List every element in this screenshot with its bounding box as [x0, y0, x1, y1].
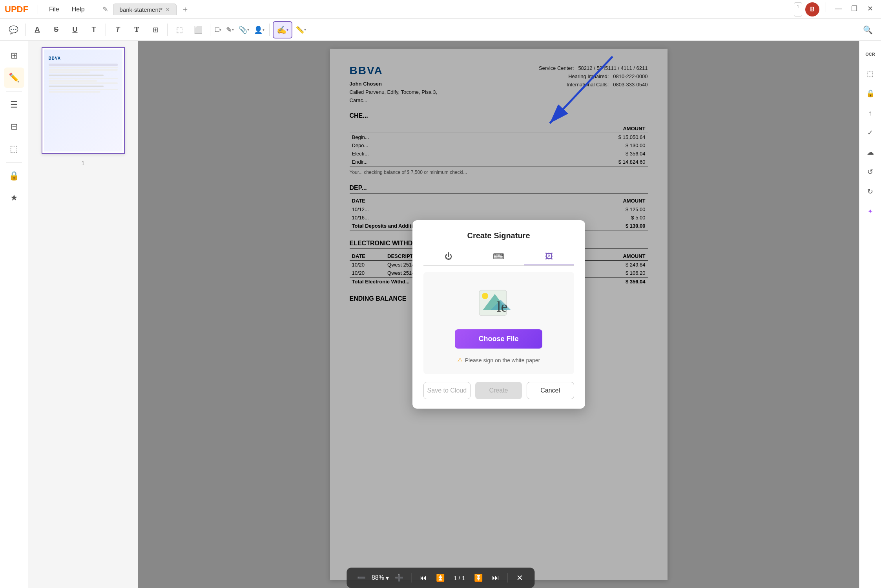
- page-thumbnail-1[interactable]: BBVA: [42, 47, 125, 154]
- sep1: [38, 5, 38, 14]
- choose-file-button[interactable]: Choose File: [455, 329, 542, 349]
- zoom-level: 88%: [372, 574, 384, 581]
- check-button[interactable]: ✓: [862, 124, 879, 141]
- modal-content-area: le Choose File ⚠ Please sign on the whit…: [423, 272, 574, 374]
- pen-dropdown-arrow: ▾: [232, 27, 234, 32]
- sidebar-stickers[interactable]: ★: [4, 188, 24, 208]
- new-tab-button[interactable]: ＋: [181, 4, 189, 15]
- modal-tab-draw[interactable]: ⏻: [423, 248, 474, 265]
- modal-tab-keyboard[interactable]: ⌨: [474, 248, 524, 265]
- warning-text: ⚠ Please sign on the white paper: [457, 356, 540, 364]
- tab-name: bank-statement*: [120, 6, 162, 13]
- signature-tool[interactable]: ✍ ▾: [273, 21, 292, 38]
- tool-sep4: [210, 24, 210, 36]
- zoom-out-button[interactable]: ➖: [354, 571, 368, 585]
- eraser-tool[interactable]: ⬚: [171, 21, 188, 38]
- grid-tool[interactable]: ⊞: [147, 21, 164, 38]
- user-tool[interactable]: 👤 ▾: [252, 21, 266, 38]
- undo-button[interactable]: ↺: [862, 163, 879, 181]
- close-bottom-bar[interactable]: ✕: [513, 571, 527, 585]
- prev-page-button[interactable]: ⏫: [433, 571, 447, 585]
- sidebar-form[interactable]: ⊟: [4, 117, 24, 137]
- share-button[interactable]: ↑: [862, 104, 879, 122]
- comment-tool[interactable]: 💬: [5, 21, 22, 38]
- window-controls: 1 B — ❐ ✕: [794, 2, 876, 16]
- tool-sep5: [269, 24, 270, 36]
- ai-button[interactable]: ✦: [862, 203, 879, 220]
- pen-icon: ✎: [226, 26, 232, 34]
- stamp-tool[interactable]: ⬜: [190, 21, 207, 38]
- minimize-button[interactable]: —: [832, 2, 845, 15]
- attach-dropdown-arrow: ▾: [247, 27, 249, 32]
- file-menu[interactable]: File: [44, 4, 64, 15]
- right-sidebar: OCR ⬚ 🔒 ↑ ✓ ☁ ↺ ↻ ✦: [859, 41, 881, 588]
- ruler-tool[interactable]: 📏 ▾: [294, 21, 308, 38]
- zoom-in-button[interactable]: ➕: [392, 571, 406, 585]
- shape-dropdown-arrow: ▾: [219, 27, 221, 32]
- page-sep: /: [458, 575, 461, 581]
- ruler-dropdown-arrow: ▾: [304, 27, 306, 32]
- create-signature-modal: Create Signature ⏻ ⌨ 🖼: [412, 220, 585, 409]
- zoom-control: 88% ▾: [372, 574, 389, 582]
- image-icon: 🖼: [545, 252, 553, 261]
- sidebar-protect[interactable]: 🔒: [4, 166, 24, 186]
- document-tab[interactable]: bank-statement* ✕: [113, 4, 177, 15]
- signature-icon: ✍: [277, 25, 286, 35]
- highlight-tool[interactable]: A: [29, 21, 46, 38]
- user-dropdown-arrow: ▾: [263, 27, 264, 32]
- close-button[interactable]: ✕: [864, 2, 876, 15]
- user-avatar[interactable]: B: [805, 2, 819, 16]
- ocr-button[interactable]: OCR: [862, 46, 879, 63]
- sep2: [96, 5, 96, 14]
- next-page-button[interactable]: ⏬: [471, 571, 485, 585]
- tool-sep1: [25, 24, 26, 36]
- shape-tool[interactable]: □ ▾: [213, 21, 223, 38]
- attach-icon: 📎: [239, 26, 247, 34]
- cancel-button[interactable]: Cancel: [527, 382, 574, 399]
- pen-tool[interactable]: ✎ ▾: [224, 21, 235, 38]
- current-page: 1: [454, 575, 457, 581]
- attach-tool[interactable]: 📎 ▾: [237, 21, 251, 38]
- text-edit-tool[interactable]: 𝐓: [128, 21, 145, 38]
- redo-button[interactable]: ↻: [862, 183, 879, 200]
- warning-message: Please sign on the white paper: [465, 357, 540, 363]
- create-button[interactable]: Create: [475, 382, 522, 399]
- tool-sep2: [106, 24, 106, 36]
- main-area: ⊞ ✏️ ☰ ⊟ ⬚ 🔒 ★ BBVA: [0, 41, 881, 588]
- last-page-button[interactable]: ⏭: [489, 571, 503, 585]
- bottom-toolbar: ➖ 88% ▾ ➕ ⏮ ⏫ 1 / 1 ⏬ ⏭ ✕: [347, 568, 534, 588]
- draw-icon: ⏻: [445, 252, 452, 261]
- pdf-area[interactable]: BBVA John Chosen Called Parvenu, Edify, …: [138, 41, 859, 588]
- zoom-dropdown-icon[interactable]: ▾: [386, 574, 389, 582]
- thumb-image: BBVA: [44, 49, 122, 152]
- save-cloud-button[interactable]: ☁: [862, 144, 879, 161]
- sidebar-export[interactable]: ⬚: [4, 139, 24, 159]
- sidebar-sep2: [6, 162, 22, 163]
- bbva-logo: BBVA: [49, 56, 61, 60]
- bb-sep1: [411, 573, 411, 583]
- underline-tool[interactable]: U: [66, 21, 84, 38]
- svg-point-5: [482, 293, 488, 299]
- convert-button[interactable]: ⬚: [862, 65, 879, 82]
- thumbnail-panel: BBVA 1: [28, 41, 138, 588]
- text-tool[interactable]: T: [85, 21, 102, 38]
- sidebar-annotate[interactable]: ✏️: [4, 68, 24, 88]
- page-indicator: 1 / 1: [451, 575, 468, 581]
- signature-dropdown-arrow: ▾: [286, 27, 288, 32]
- search-button[interactable]: 🔍: [859, 21, 876, 38]
- shape-icon: □: [215, 26, 219, 34]
- tab-close-icon[interactable]: ✕: [166, 7, 170, 13]
- sig-svg: le: [475, 282, 522, 321]
- sidebar-organize[interactable]: ☰: [4, 95, 24, 115]
- svg-line-1: [550, 57, 613, 123]
- protect-button[interactable]: 🔒: [862, 85, 879, 102]
- strikethrough-tool[interactable]: S: [47, 21, 65, 38]
- maximize-button[interactable]: ❐: [848, 2, 861, 15]
- modal-tab-image[interactable]: 🖼: [524, 248, 574, 265]
- save-to-cloud-button[interactable]: Save to Cloud: [423, 382, 471, 399]
- help-menu[interactable]: Help: [67, 4, 89, 15]
- text-box-tool[interactable]: T: [109, 21, 126, 38]
- left-sidebar: ⊞ ✏️ ☰ ⊟ ⬚ 🔒 ★: [0, 41, 28, 588]
- first-page-button[interactable]: ⏮: [416, 571, 430, 585]
- sidebar-thumbnails[interactable]: ⊞: [4, 46, 24, 66]
